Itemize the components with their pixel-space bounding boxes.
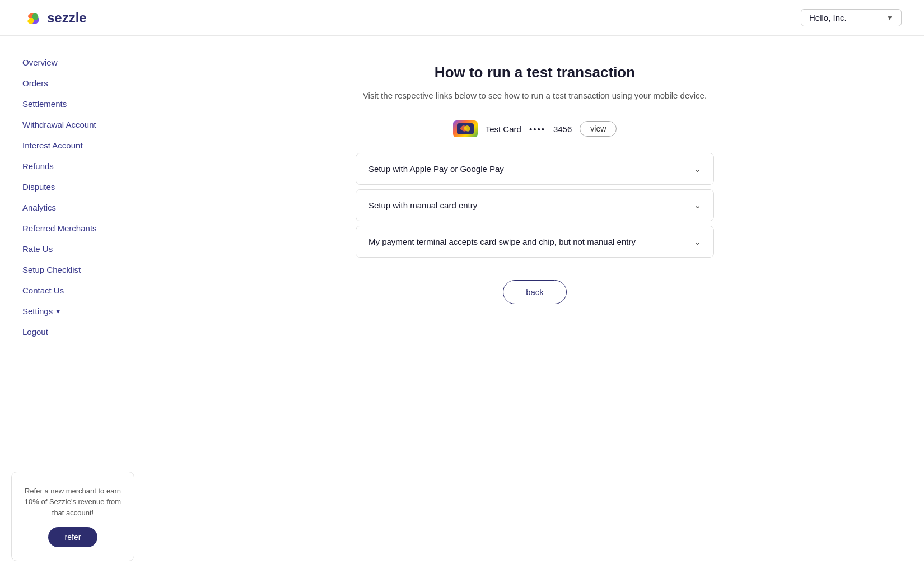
accordion-header-apple-google[interactable]: Setup with Apple Pay or Google Pay ⌄ <box>356 153 713 184</box>
main-content: How to run a test transaction Visit the … <box>146 36 924 578</box>
sidebar-item-setup-checklist[interactable]: Setup Checklist <box>0 260 146 279</box>
sidebar-item-settlements[interactable]: Settlements <box>0 94 146 114</box>
accordion-chevron-icon-1: ⌄ <box>694 200 701 211</box>
card-last-four: 3456 <box>553 124 572 134</box>
accordion-title-swipe-chip: My payment terminal accepts card swipe a… <box>368 237 636 246</box>
sidebar-item-interest-account[interactable]: Interest Account <box>0 136 146 155</box>
settings-label: Settings <box>22 306 53 316</box>
card-name: Test Card <box>486 124 521 134</box>
referral-card: Refer a new merchant to earn 10% of Sezz… <box>11 472 134 562</box>
header: sezzle Hello, Inc. ▼ <box>0 0 924 36</box>
sezzle-logo-icon <box>22 8 43 28</box>
referral-text: Refer a new merchant to earn 10% of Sezz… <box>22 486 124 519</box>
sidebar-item-orders[interactable]: Orders <box>0 73 146 93</box>
view-card-button[interactable]: view <box>580 121 617 137</box>
card-logo-icon <box>453 120 478 137</box>
card-info-row: Test Card •••• 3456 view <box>453 120 617 137</box>
back-button[interactable]: back <box>503 280 567 304</box>
sidebar-item-logout[interactable]: Logout <box>0 322 146 342</box>
sidebar-nav: Overview Orders Settlements Withdrawal A… <box>0 53 146 460</box>
user-name: Hello, Inc. <box>809 13 847 22</box>
settings-chevron-icon: ▼ <box>55 308 61 315</box>
accordion-title-apple-google: Setup with Apple Pay or Google Pay <box>368 164 504 174</box>
accordion-header-manual-entry[interactable]: Setup with manual card entry ⌄ <box>356 190 713 221</box>
sidebar-item-refunds[interactable]: Refunds <box>0 156 146 176</box>
user-dropdown[interactable]: Hello, Inc. ▼ <box>801 9 902 26</box>
logo-area: sezzle <box>22 8 87 28</box>
logo-text: sezzle <box>47 10 87 26</box>
chevron-down-icon: ▼ <box>886 14 893 22</box>
sidebar-item-analytics[interactable]: Analytics <box>0 198 146 217</box>
sidebar-item-disputes[interactable]: Disputes <box>0 177 146 197</box>
refer-button[interactable]: refer <box>48 527 98 547</box>
accordion-chevron-icon-0: ⌄ <box>694 164 701 174</box>
card-dots: •••• <box>529 124 545 134</box>
sidebar-item-withdrawal-account[interactable]: Withdrawal Account <box>0 115 146 134</box>
header-right: Hello, Inc. ▼ <box>801 9 902 26</box>
sidebar-item-overview[interactable]: Overview <box>0 53 146 72</box>
sidebar-item-contact-us[interactable]: Contact Us <box>0 281 146 300</box>
accordion-item-manual-entry: Setup with manual card entry ⌄ <box>356 189 714 221</box>
accordion-title-manual-entry: Setup with manual card entry <box>368 201 477 210</box>
page-subtitle: Visit the respective links below to see … <box>363 89 707 102</box>
accordion-item-apple-google: Setup with Apple Pay or Google Pay ⌄ <box>356 153 714 185</box>
page-title: How to run a test transaction <box>435 64 635 81</box>
accordion-container: Setup with Apple Pay or Google Pay ⌄ Set… <box>356 153 714 258</box>
accordion-header-swipe-chip[interactable]: My payment terminal accepts card swipe a… <box>356 226 713 257</box>
sidebar-item-settings[interactable]: Settings ▼ <box>0 301 146 321</box>
layout: Overview Orders Settlements Withdrawal A… <box>0 36 924 578</box>
sidebar-item-rate-us[interactable]: Rate Us <box>0 239 146 259</box>
sidebar: Overview Orders Settlements Withdrawal A… <box>0 36 146 578</box>
accordion-chevron-icon-2: ⌄ <box>694 236 701 247</box>
sidebar-item-referred-merchants[interactable]: Referred Merchants <box>0 218 146 238</box>
accordion-item-swipe-chip: My payment terminal accepts card swipe a… <box>356 226 714 258</box>
